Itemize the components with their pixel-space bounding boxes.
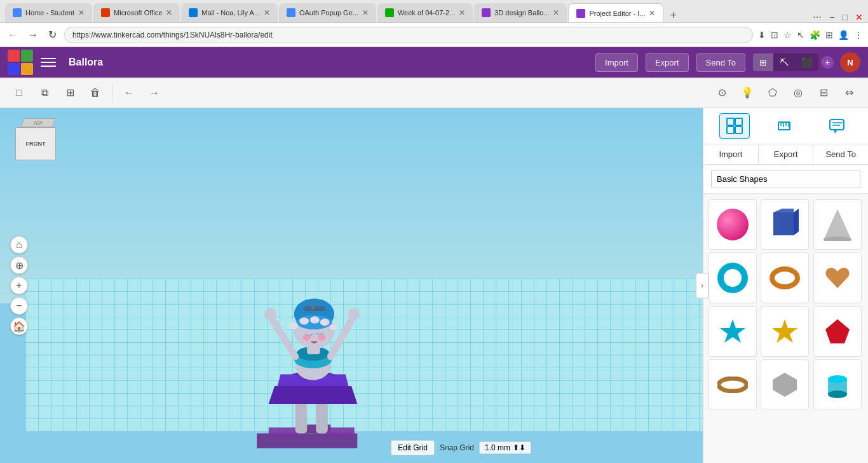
tab-label: Project Editor - I... xyxy=(589,10,645,17)
close-button[interactable]: ✕ xyxy=(855,12,863,22)
tab-3d-design[interactable]: 3D design Ballo... ✕ xyxy=(474,3,567,22)
block-view-button[interactable]: ⬛ xyxy=(795,53,818,71)
tab-close-icon[interactable]: ✕ xyxy=(553,8,559,17)
shape-item-torus[interactable] xyxy=(709,252,757,303)
svg-point-16 xyxy=(288,322,298,329)
export-button[interactable]: Export xyxy=(646,53,689,72)
shape-item-cone[interactable] xyxy=(813,199,862,250)
align-button[interactable]: ⊟ xyxy=(812,81,835,104)
project-title: Ballora xyxy=(69,57,103,68)
lightbulb-button[interactable]: 💡 xyxy=(736,81,759,104)
duplicate-button[interactable]: ⊞ xyxy=(58,81,81,104)
user-avatar[interactable]: N xyxy=(840,52,860,73)
svg-line-27 xyxy=(330,318,352,356)
shape-item-gem[interactable] xyxy=(813,306,862,357)
snap-grid-label: Snap Grid xyxy=(440,443,474,452)
maximize-button[interactable]: □ xyxy=(843,12,848,22)
panel-import-button[interactable]: Import xyxy=(703,144,759,164)
ruler-icon xyxy=(777,117,795,135)
extension-icon[interactable]: 🧩 xyxy=(810,30,820,40)
viewport[interactable]: TOP FRONT ⌂ ⊕ + − 🏠 xyxy=(0,108,703,463)
svg-point-28 xyxy=(348,308,360,320)
shape-item-gem2[interactable] xyxy=(761,359,809,410)
shape-item-heart[interactable] xyxy=(813,252,862,303)
star-icon[interactable]: ☆ xyxy=(783,30,792,40)
panel-send-to-button[interactable]: Send To xyxy=(813,144,868,164)
circle-button[interactable]: ◎ xyxy=(787,81,810,104)
shape-item-box[interactable] xyxy=(761,199,809,250)
profile-icon[interactable]: 👤 xyxy=(838,30,849,40)
address-input[interactable] xyxy=(64,27,753,43)
tab-home[interactable]: Home - Student ✕ xyxy=(5,3,92,22)
menu-icon[interactable]: ⋮ xyxy=(854,30,863,40)
panel-collapse-button[interactable]: › xyxy=(696,273,709,298)
new-shape-button[interactable]: □ xyxy=(8,81,31,104)
tab-week[interactable]: Week of 04-07-2... ✕ xyxy=(377,3,473,22)
edit-grid-button[interactable]: Edit Grid xyxy=(391,440,435,455)
cursor-icon[interactable]: ↖ xyxy=(797,30,804,40)
send-to-button[interactable]: Send To xyxy=(696,53,745,72)
browser-frame: Home - Student ✕ Microsoft Office ✕ Mail… xyxy=(0,0,868,463)
shape-item-sphere[interactable] xyxy=(709,199,757,250)
forward-button[interactable]: → xyxy=(25,27,41,43)
add-user-button[interactable]: + xyxy=(820,55,835,70)
tab-oauth[interactable]: OAuth Popup Ge... ✕ xyxy=(279,3,376,22)
shape-item-torus2[interactable] xyxy=(761,252,809,303)
comment-tab-button[interactable] xyxy=(822,113,853,139)
hamburger-line xyxy=(41,58,56,59)
ruler-tab-button[interactable] xyxy=(771,113,801,139)
tab-mail[interactable]: Mail - Noa, Lily A... ✕ xyxy=(181,3,278,22)
screenshot-icon[interactable]: ⊡ xyxy=(771,30,778,40)
shapes-grid xyxy=(703,194,868,463)
tab-office[interactable]: Microsoft Office ✕ xyxy=(93,3,180,22)
hamburger-menu-button[interactable] xyxy=(41,55,56,70)
new-tab-button[interactable]: + xyxy=(665,9,682,22)
svg-marker-44 xyxy=(794,209,799,235)
pickaxe-view-button[interactable]: ⛏ xyxy=(773,53,795,71)
grid-view-button[interactable]: ⊞ xyxy=(753,53,773,71)
tinkercad-logo xyxy=(8,50,33,75)
panel-export-button[interactable]: Export xyxy=(759,144,814,164)
window-controls-extra[interactable]: ⋯ xyxy=(813,12,822,22)
tab-label: Mail - Noa, Lily A... xyxy=(201,9,260,17)
copy-button[interactable]: ⧉ xyxy=(33,81,56,104)
redo-button[interactable]: → xyxy=(143,81,166,104)
box-shape xyxy=(771,209,799,240)
tab-close-icon[interactable]: ✕ xyxy=(78,8,85,17)
panel-action-buttons: Import Export Send To xyxy=(703,144,868,165)
logo-cell-tl xyxy=(8,50,20,62)
tab-close-icon[interactable]: ✕ xyxy=(362,8,369,17)
shape-item-cylinder[interactable] xyxy=(813,359,862,410)
tab-project-editor[interactable]: Project Editor - I... ✕ xyxy=(568,3,663,22)
tab-close-icon[interactable]: ✕ xyxy=(649,9,655,18)
delete-button[interactable]: 🗑 xyxy=(84,81,107,104)
hamburger-line xyxy=(41,66,56,67)
shape-button[interactable]: ⬠ xyxy=(761,81,784,104)
cone-shape xyxy=(824,208,851,241)
undo-button[interactable]: ← xyxy=(118,81,140,104)
shapes-category-select[interactable]: Basic Shapes Text and Numbers Connectors xyxy=(711,170,860,188)
window-controls: ⋯ − □ ✕ xyxy=(813,12,863,22)
download-icon[interactable]: ⬇ xyxy=(758,30,766,40)
grid-tab-button[interactable] xyxy=(719,113,750,139)
back-button[interactable]: ← xyxy=(5,27,20,43)
tab-close-icon[interactable]: ✕ xyxy=(166,8,172,17)
tab-close-icon[interactable]: ✕ xyxy=(459,8,465,17)
gem2-shape xyxy=(770,370,799,399)
snap-value[interactable]: 1.0 mm ⬆⬇ xyxy=(479,441,531,454)
svg-point-17 xyxy=(299,317,309,324)
tab-close-icon[interactable]: ✕ xyxy=(264,8,270,17)
puzzle-icon[interactable]: ⊞ xyxy=(825,30,833,40)
camera-button[interactable]: ⊙ xyxy=(710,81,733,104)
shape-item-star[interactable] xyxy=(709,306,757,357)
svg-point-48 xyxy=(719,378,747,391)
shape-item-star2[interactable] xyxy=(761,306,809,357)
import-button[interactable]: Import xyxy=(595,53,638,72)
comment-icon xyxy=(829,117,846,135)
minimize-button[interactable]: − xyxy=(829,12,834,22)
refresh-button[interactable]: ↻ xyxy=(46,26,59,43)
svg-rect-1 xyxy=(269,427,299,436)
snap-value-arrows: ⬆⬇ xyxy=(513,443,526,452)
mirror-button[interactable]: ⇔ xyxy=(837,81,860,104)
shape-item-ring[interactable] xyxy=(709,359,757,410)
